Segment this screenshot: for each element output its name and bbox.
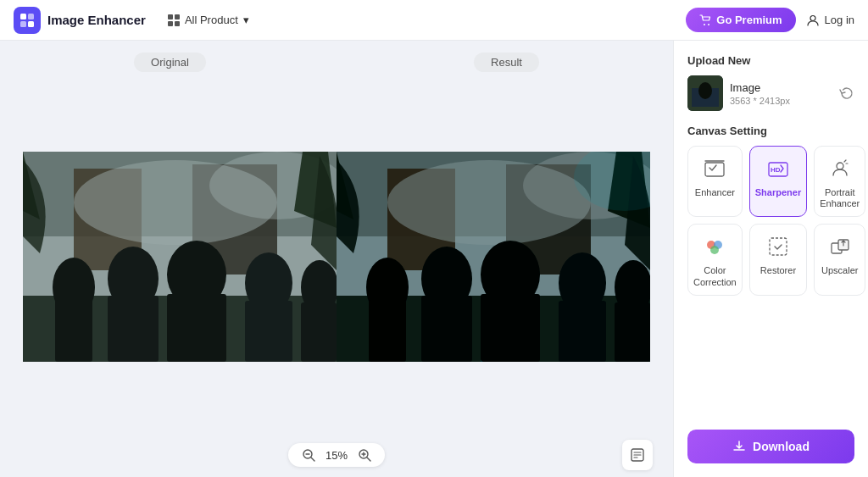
tool-sharpener[interactable]: HD Sharpener — [749, 146, 807, 217]
svg-rect-2 — [20, 21, 26, 27]
grid-icon — [168, 14, 180, 26]
main-layout: Original Result — [0, 41, 868, 477]
svg-point-60 — [698, 82, 712, 99]
zoom-in-button[interactable] — [358, 448, 371, 462]
result-image — [337, 152, 650, 362]
upload-title: Upload New — [687, 54, 854, 67]
zoom-out-icon — [302, 448, 315, 462]
zoom-in-icon — [358, 448, 371, 462]
sharpener-label: Sharpener — [755, 187, 801, 198]
svg-rect-1 — [28, 14, 34, 19]
tool-color-correction[interactable]: Color Correction — [687, 224, 743, 295]
svg-rect-0 — [20, 14, 26, 19]
enhancer-label: Enhancer — [695, 187, 735, 198]
image-meta: Image 3563 * 2413px — [730, 81, 832, 106]
logo-icon — [14, 7, 41, 34]
restorer-label: Restorer — [760, 265, 796, 276]
svg-point-64 — [837, 163, 843, 169]
go-premium-label: Go Premium — [716, 14, 782, 26]
svg-point-67 — [710, 246, 719, 254]
upload-section: Upload New Image 3563 * 2413px — [687, 54, 854, 111]
canvas-setting-title: Canvas Setting — [687, 125, 854, 137]
svg-rect-68 — [770, 238, 787, 255]
notes-button[interactable] — [622, 440, 653, 470]
login-label: Log in — [825, 14, 854, 26]
tool-upscaler[interactable]: Upscaler — [814, 224, 865, 295]
all-product-button[interactable]: All Product ▾ — [159, 10, 258, 30]
sharpener-icon: HD — [765, 155, 792, 182]
images-container — [0, 79, 673, 435]
zoom-controls: 15% — [288, 443, 385, 467]
svg-text:HD: HD — [771, 166, 781, 174]
labels-row: Original Result — [0, 41, 673, 79]
svg-rect-45 — [337, 152, 650, 362]
original-label: Original — [134, 53, 206, 72]
svg-line-49 — [311, 458, 314, 461]
result-label: Result — [474, 53, 539, 72]
color-correction-icon — [701, 233, 728, 260]
notes-icon — [630, 447, 645, 463]
svg-point-5 — [708, 24, 709, 25]
download-icon — [732, 440, 746, 453]
tool-enhancer[interactable]: Enhancer — [687, 146, 743, 217]
upscaler-icon — [826, 233, 854, 260]
enhancer-icon — [701, 155, 728, 182]
restorer-icon — [765, 233, 792, 260]
portrait-enhancer-label: Portrait Enhancer — [820, 187, 860, 209]
image-name: Image — [730, 81, 832, 94]
original-image — [23, 152, 337, 362]
refresh-button[interactable] — [839, 86, 854, 101]
image-info-row: Image 3563 * 2413px — [687, 75, 854, 111]
tool-restorer[interactable]: Restorer — [749, 224, 807, 295]
svg-rect-61 — [705, 163, 724, 176]
svg-point-6 — [810, 15, 815, 20]
go-premium-button[interactable]: Go Premium — [686, 8, 795, 32]
sidebar-spacer — [687, 296, 854, 430]
svg-line-53 — [367, 458, 370, 461]
portrait-enhancer-icon — [826, 155, 854, 182]
download-button[interactable]: Download — [687, 430, 854, 463]
upscaler-label: Upscaler — [821, 265, 858, 276]
image-thumbnail — [687, 75, 723, 111]
svg-rect-24 — [23, 152, 337, 362]
logo-area: Image Enhancer — [14, 7, 146, 34]
refresh-icon — [839, 86, 854, 101]
cart-icon — [699, 14, 711, 26]
zoom-bar: 15% — [0, 435, 673, 477]
canvas-area: Original Result — [0, 41, 673, 477]
header: Image Enhancer All Product ▾ Go Premium … — [0, 0, 868, 41]
user-icon — [806, 14, 820, 27]
tool-portrait-enhancer[interactable]: Portrait Enhancer — [814, 146, 865, 217]
svg-point-4 — [704, 24, 705, 25]
zoom-out-button[interactable] — [302, 448, 315, 462]
app-title: Image Enhancer — [47, 13, 146, 27]
all-product-label: All Product — [185, 14, 238, 26]
color-correction-label: Color Correction — [693, 265, 737, 287]
chevron-down-icon: ▾ — [243, 14, 249, 26]
image-dimensions: 3563 * 2413px — [730, 96, 832, 106]
tool-grid: Enhancer HD Sharpener — [687, 146, 854, 296]
login-button[interactable]: Log in — [806, 14, 854, 27]
zoom-level: 15% — [324, 449, 349, 462]
sidebar: Upload New Image 3563 * 2413px — [673, 41, 868, 477]
svg-rect-3 — [28, 21, 34, 27]
download-label: Download — [753, 440, 810, 453]
